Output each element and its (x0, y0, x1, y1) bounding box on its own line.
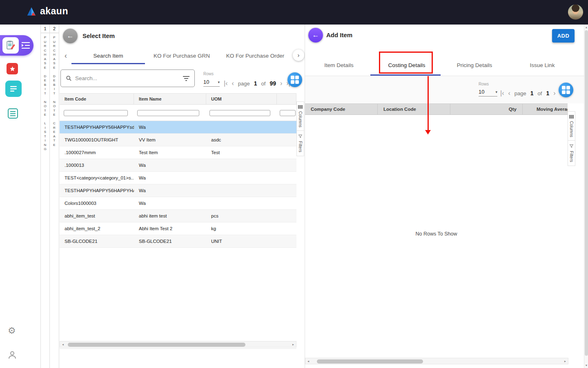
workspace-tab-listing[interactable]: 1 PURCHASE DEBIT NOTE LISTING (40, 25, 50, 368)
panel-bottom-border (60, 348, 296, 349)
filter-input-uom[interactable] (209, 110, 270, 116)
active-tab-underline (71, 63, 145, 64)
table-cell: pcs (206, 210, 277, 222)
columns-toggle[interactable]: Columns (568, 112, 575, 140)
add-button[interactable]: ADD (552, 29, 575, 43)
column-header-moving-average[interactable]: Moving Averag (523, 104, 568, 114)
red-app-icon[interactable] (7, 63, 18, 74)
table-cell (277, 222, 296, 235)
item-table-body: TESTHAPPYHAPPY56HAPPYsdfj...WaTWG1000001… (60, 121, 296, 248)
scroll-down-icon[interactable]: ▼ (584, 364, 588, 367)
columns-toggle[interactable]: Columns (297, 102, 304, 130)
column-header-location-code[interactable]: Location Code (378, 104, 450, 114)
back-button[interactable]: ← (63, 29, 78, 43)
filter-list-icon[interactable] (183, 76, 189, 81)
column-header-item-code[interactable]: Item Code (60, 94, 134, 104)
settings-gear-icon[interactable]: ⚙ (8, 325, 16, 336)
table-row[interactable]: TESTHAPPYHAPPY56HAPPYsdfj...Wa (60, 121, 296, 134)
grid-view-button[interactable] (559, 83, 573, 97)
table-row[interactable]: SB-GLCODE21SB-GLCODE21UNIT (60, 235, 296, 248)
scrollbar-thumb[interactable] (317, 359, 423, 364)
table-cell: Test (206, 146, 277, 159)
pagination: |‹ ‹ page 1 of 1 › ›| (500, 88, 564, 98)
table-row[interactable]: TEST<category<category_01>s...Wa (60, 172, 296, 184)
column-header-uom[interactable]: UOM (206, 94, 277, 104)
next-page-icon[interactable]: › (280, 80, 282, 87)
table-cell: TESTHAPPYHAPPY56HAPPYsdfj... (60, 121, 134, 133)
scrollbar-thumb[interactable] (585, 30, 588, 356)
teal-list-app-icon[interactable] (5, 81, 22, 97)
workspace-tab-create[interactable]: 2 PURCHASE DEBIT NOTE CREATE (50, 25, 59, 368)
table-row[interactable]: abhi_item_test_2Abhi Item Test 2kg (60, 222, 296, 235)
user-avatar[interactable] (568, 4, 583, 20)
filter-input-item-name[interactable] (137, 110, 199, 116)
table-row[interactable]: .1000027mmmTest ItemTest (60, 146, 296, 159)
workspace-tab-label: PURCHASE DEBIT NOTE LISTING (43, 36, 47, 152)
first-page-icon[interactable]: |‹ (224, 80, 227, 87)
table-row[interactable]: abhi_item_testabhi item testpcs (60, 210, 296, 222)
grid-icon (562, 86, 570, 94)
table-cell: Wa (134, 159, 206, 171)
filters-toggle[interactable]: Filters (297, 130, 304, 155)
table-cell (277, 235, 296, 247)
horizontal-scrollbar[interactable]: ◂ ▸ (305, 358, 568, 364)
column-header-qty[interactable]: Qty (450, 104, 523, 114)
rows-per-page-select[interactable]: 10 ▾ (203, 78, 220, 87)
page-total: 1 (546, 90, 549, 96)
columns-icon (569, 115, 574, 119)
table-side-controls: Columns Filters (568, 111, 575, 166)
search-input[interactable] (75, 75, 180, 81)
back-arrow-icon: ← (67, 32, 74, 40)
annotation-arrow-line (428, 76, 429, 131)
rows-per-page-select[interactable]: 10 ▾ (479, 88, 497, 96)
previous-page-icon[interactable]: ‹ (508, 90, 510, 96)
tabs-scroll-left-icon[interactable]: ‹ (65, 52, 67, 60)
horizontal-scrollbar[interactable]: ◂ ▸ (60, 341, 296, 348)
previous-page-icon[interactable]: ‹ (232, 80, 234, 87)
tab-ko-purchase-order[interactable]: KO For Purchase Order (218, 48, 292, 64)
tab-search-item[interactable]: Search Item (71, 48, 145, 64)
tabs-scroll-right-button[interactable]: › (293, 49, 304, 61)
table-cell (277, 197, 296, 209)
list-icon (9, 85, 18, 93)
app-rail: ⚙ (0, 25, 40, 368)
scroll-left-icon[interactable]: ◂ (60, 343, 66, 346)
next-page-icon[interactable]: › (553, 90, 555, 96)
vertical-scrollbar[interactable]: ▲ ▼ (584, 25, 588, 368)
scroll-up-icon[interactable]: ▲ (584, 26, 588, 29)
top-bar: akaun (0, 0, 588, 25)
clipboard-app-icon[interactable] (2, 37, 19, 54)
column-header-item-name[interactable]: Item Name (134, 94, 206, 104)
tab-issue-link[interactable]: Issue Link (508, 56, 576, 74)
search-box (60, 70, 195, 87)
filters-toggle[interactable]: Filters (568, 140, 575, 165)
page-of-word: of (261, 81, 266, 87)
filter-input-extra[interactable] (280, 110, 296, 116)
tab-ko-purchase-grn[interactable]: KO For Purchase GRN (145, 48, 218, 64)
profile-person-icon[interactable] (7, 350, 17, 361)
table-row[interactable]: TWG1000001OUTRIGHTVV Itemasdc (60, 134, 296, 146)
table-row[interactable]: TESTHAPPYHAPPY56HAPPYHA...Wa (60, 184, 296, 197)
table-cell (277, 159, 296, 171)
grid-view-button[interactable] (287, 72, 302, 87)
scroll-right-icon[interactable]: ▸ (290, 343, 296, 346)
table-cell (277, 210, 296, 222)
table-row[interactable]: Colors1000003Wa (60, 197, 296, 210)
scrollbar-thumb[interactable] (68, 343, 245, 347)
back-button[interactable]: ← (308, 28, 323, 43)
table-cell (277, 172, 296, 184)
filter-input-item-code[interactable] (64, 110, 128, 116)
star-icon (9, 66, 16, 72)
active-app-tile[interactable] (0, 35, 33, 56)
column-header-extra[interactable] (277, 94, 296, 104)
tab-item-details[interactable]: Item Details (305, 56, 373, 74)
column-header-company-code[interactable]: Company Code (305, 104, 378, 114)
scroll-right-icon[interactable]: ▸ (562, 359, 568, 363)
page-word: page (238, 81, 250, 87)
table-row[interactable]: .1000013Wa (60, 159, 296, 172)
tab-pricing-details[interactable]: Pricing Details (441, 56, 508, 74)
table-cell: .1000027mmm (60, 146, 134, 159)
first-page-icon[interactable]: |‹ (500, 90, 504, 96)
teal-outline-app-icon[interactable] (8, 108, 18, 119)
scroll-left-icon[interactable]: ◂ (305, 359, 311, 363)
